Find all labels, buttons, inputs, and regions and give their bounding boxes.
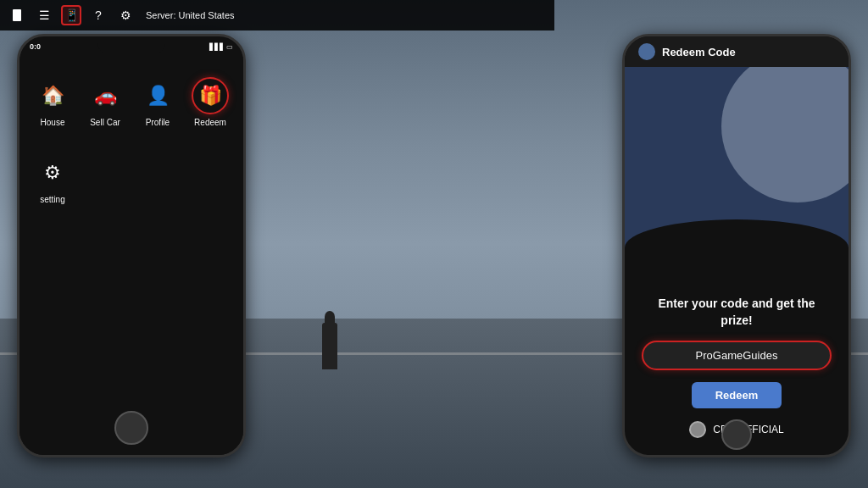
phone-icon[interactable]: 📱	[61, 5, 81, 25]
top-bar: ☰ 📱 ? ⚙ Server: United States	[0, 0, 554, 30]
nav-house[interactable]: 🏠 House	[26, 70, 79, 134]
redeem-header: Redeem Code	[625, 36, 849, 67]
nav-redeem[interactable]: 🎁 Redeem	[184, 70, 236, 134]
redeem-icon: 🎁	[199, 86, 222, 105]
sell-car-label: Sell Car	[90, 118, 120, 127]
redeem-label: Redeem	[194, 118, 226, 127]
brand-icon	[689, 421, 706, 438]
status-time: 0:0	[30, 42, 41, 51]
menu-icon[interactable]: ☰	[34, 5, 54, 25]
redeem-icon-circle: 🎁	[192, 77, 229, 114]
home-button-left[interactable]	[114, 411, 148, 445]
nav-row2: ⚙ setting	[19, 141, 243, 218]
redeem-header-title: Redeem Code	[662, 46, 736, 58]
shape-circle	[721, 67, 849, 202]
battery-icon: ▭	[226, 43, 233, 51]
house-icon-circle: 🏠	[34, 77, 71, 114]
svg-rect-0	[13, 9, 21, 21]
signal-icon: ▋▋▋	[209, 43, 225, 51]
character-body	[322, 323, 337, 369]
house-label: House	[41, 118, 65, 127]
home-button-right[interactable]	[721, 419, 752, 450]
setting-icon-circle: ⚙	[34, 154, 71, 191]
car-icon: 🚗	[94, 86, 117, 105]
phone-right: Redeem Code Enter your code and get the …	[622, 34, 851, 458]
server-text: Server: United States	[146, 10, 235, 20]
nav-sell-car[interactable]: 🚗 Sell Car	[79, 70, 131, 134]
roblox-logo-icon[interactable]	[7, 5, 27, 25]
phone-content: 🏠 House 🚗 Sell Car 👤 Profile	[19, 57, 243, 455]
phone-left: 0:0 ▋▋▋ ▭ 🏠 House 🚗 Sell Car	[17, 34, 246, 458]
profile-icon: 👤	[147, 86, 170, 105]
nav-profile[interactable]: 👤 Profile	[131, 70, 184, 134]
setting-label: setting	[40, 195, 64, 204]
code-input[interactable]	[642, 341, 832, 370]
redeem-button[interactable]: Redeem	[692, 382, 782, 408]
redeem-header-icon	[638, 43, 655, 60]
nav-setting[interactable]: ⚙ setting	[26, 147, 79, 211]
redeem-prompt: Enter your code and get the prize!	[642, 296, 832, 329]
help-icon[interactable]: ?	[88, 5, 108, 25]
character-head	[325, 311, 335, 323]
setting-icon: ⚙	[44, 164, 61, 182]
nav-grid: 🏠 House 🚗 Sell Car 👤 Profile	[19, 57, 243, 141]
redeem-content: Enter your code and get the prize! Redee…	[625, 287, 849, 404]
status-icons: ▋▋▋ ▭	[209, 43, 233, 51]
car-icon-circle: 🚗	[86, 77, 124, 114]
profile-label: Profile	[146, 118, 170, 127]
house-icon: 🏠	[42, 86, 64, 105]
settings-icon[interactable]: ⚙	[115, 5, 136, 25]
shape-wave	[625, 219, 849, 287]
shape-area	[625, 67, 849, 287]
profile-icon-circle: 👤	[139, 77, 176, 114]
status-bar: 0:0 ▋▋▋ ▭	[30, 40, 233, 53]
code-input-area	[642, 341, 832, 370]
